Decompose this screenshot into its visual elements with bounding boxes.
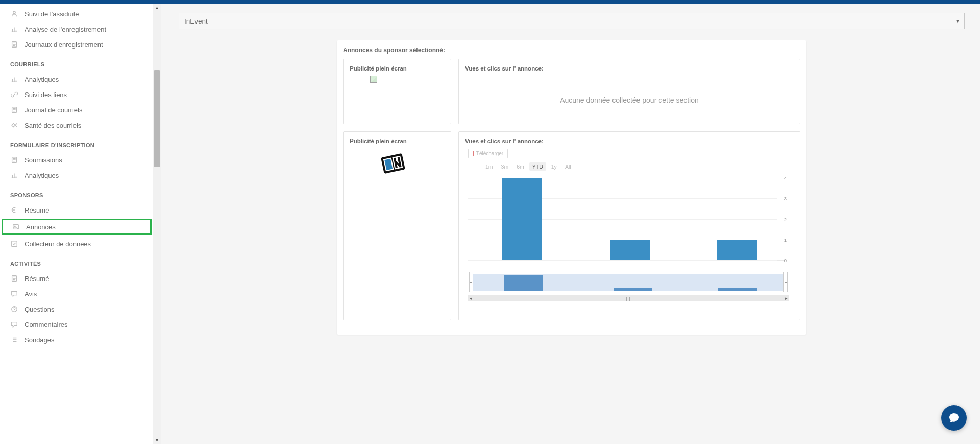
views-clicks-card-empty: Vues et clics sur l' annonce: Aucune don…: [458, 59, 800, 124]
nav-item-label: Analyse de l'enregistrement: [24, 26, 106, 33]
svg-point-0: [13, 11, 15, 13]
sidebar-item-sondages[interactable]: Sondages: [0, 332, 153, 347]
nav-item-icon: [10, 290, 18, 298]
scroll-right-icon[interactable]: ▸: [783, 296, 789, 301]
sidebar-item-analyse-de-l-enregistrement[interactable]: Analyse de l'enregistrement: [0, 21, 153, 37]
nav-item-label: Questions: [24, 306, 55, 313]
chat-icon: [948, 412, 960, 424]
y-axis-tick-label: 4: [784, 175, 787, 181]
nav-item-icon: [10, 156, 18, 164]
fullscreen-ad-card-1: Publicité plein écran: [343, 59, 451, 124]
range-button-1y[interactable]: 1y: [548, 162, 560, 171]
card-title: Vues et clics sur l' annonce:: [465, 138, 794, 144]
range-button-ytd[interactable]: YTD: [529, 162, 546, 171]
chart-bar[interactable]: [610, 240, 650, 260]
sidebar-item-collecteur-de-donn-es[interactable]: Collecteur de données: [0, 236, 153, 251]
chat-fab-button[interactable]: [941, 405, 967, 431]
sidebar-section-header: COURRIELS: [0, 52, 153, 72]
sponsor-logo-icon: [378, 151, 407, 176]
nav-item-icon: [10, 171, 18, 179]
nav-item-icon: [10, 240, 18, 248]
nav-item-label: Résumé: [24, 275, 49, 283]
views-clicks-chart-card: Vues et clics sur l' annonce: | Téléchar…: [458, 131, 800, 320]
range-button-3m[interactable]: 3m: [498, 162, 512, 171]
nav-item-label: Résumé: [24, 206, 49, 214]
scrollbar-track[interactable]: [153, 11, 161, 436]
navigator-scrollbar[interactable]: ◂ ||| ▸: [468, 295, 789, 301]
sidebar-section-header: ACTIVITÉS: [0, 251, 153, 271]
sidebar-section-header: FORMULAIRE D'INSCRIPTION: [0, 133, 153, 152]
sidebar-item-questions[interactable]: Questions: [0, 301, 153, 317]
card-title: Publicité plein écran: [350, 138, 445, 144]
scroll-grip-icon: |||: [626, 296, 630, 301]
sidebar-item-annonces[interactable]: Annonces: [2, 219, 152, 235]
sidebar-item-analytiques[interactable]: Analytiques: [0, 72, 153, 87]
range-button-all[interactable]: All: [562, 162, 574, 171]
download-icon: |: [473, 151, 474, 156]
sidebar: Suivi de l'assiduitéAnalyse de l'enregis…: [0, 4, 153, 444]
fullscreen-ad-card-2: Publicité plein écran: [343, 131, 451, 320]
nav-item-label: Commentaires: [24, 321, 68, 329]
nav-item-label: Collecteur de données: [24, 240, 91, 248]
nav-item-icon: [10, 40, 18, 49]
gridline: [468, 260, 777, 261]
card-title: Vues et clics sur l' annonce:: [465, 65, 794, 72]
nav-item-label: Suivi de l'assiduité: [24, 10, 79, 18]
nav-item-label: Journaux d'enregistrement: [24, 41, 103, 49]
navigator-bar: [504, 275, 543, 291]
nav-item-icon: [10, 90, 18, 99]
chart-bar[interactable]: [717, 240, 757, 260]
y-axis-tick-label: 3: [784, 196, 787, 201]
y-axis-tick-label: 0: [784, 258, 787, 263]
nav-item-icon: [10, 106, 18, 114]
sidebar-section-header: SPONSORS: [0, 183, 153, 202]
nav-item-label: Soumissions: [24, 156, 62, 164]
nav-item-icon: [10, 305, 18, 313]
scroll-left-icon[interactable]: ◂: [468, 296, 473, 301]
bar-chart: 01234: [468, 178, 785, 261]
navigator-handle-right[interactable]: [783, 272, 788, 292]
scroll-down-arrow[interactable]: ▾: [153, 436, 161, 444]
sidebar-item-journal-de-courriels[interactable]: Journal de courriels: [0, 102, 153, 118]
sidebar-item-analytiques[interactable]: Analytiques: [0, 168, 153, 183]
scrollbar-thumb[interactable]: [154, 70, 160, 167]
main-content: InEvent ▼ Annonces du sponsor sélectionn…: [161, 4, 980, 444]
nav-item-icon: [10, 75, 18, 83]
navigator-handle-left[interactable]: [469, 272, 473, 292]
download-button[interactable]: | Télécharger: [468, 149, 508, 158]
sidebar-item-journaux-d-enregistrement[interactable]: Journaux d'enregistrement: [0, 37, 153, 52]
nav-item-label: Suivi des liens: [24, 91, 67, 99]
sidebar-item-r-sum-[interactable]: Résumé: [0, 271, 153, 286]
nav-item-icon: [10, 274, 18, 283]
nav-item-label: Sondages: [24, 336, 55, 344]
nav-item-icon: [10, 336, 18, 344]
range-button-1m[interactable]: 1m: [482, 162, 496, 171]
sponsor-select[interactable]: InEvent ▼: [179, 13, 965, 29]
sidebar-item-suivi-des-liens[interactable]: Suivi des liens: [0, 87, 153, 102]
nav-item-icon: [10, 10, 18, 18]
navigator-bar: [718, 288, 757, 291]
sidebar-item-r-sum-[interactable]: Résumé: [0, 202, 153, 218]
chart-navigator[interactable]: [468, 270, 789, 295]
scroll-up-arrow[interactable]: ▴: [153, 4, 161, 11]
sidebar-item-suivi-de-l-assiduit-[interactable]: Suivi de l'assiduité: [0, 6, 153, 21]
card-title: Publicité plein écran: [350, 65, 445, 72]
sponsor-ads-panel: Annonces du sponsor sélectionné: Publici…: [337, 40, 806, 335]
sidebar-item-avis[interactable]: Avis: [0, 286, 153, 301]
sponsor-select-value: InEvent: [184, 17, 208, 25]
nav-item-icon: [10, 206, 18, 214]
y-axis-tick-label: 2: [784, 216, 787, 222]
nav-item-icon: [12, 223, 20, 231]
nav-item-icon: [10, 320, 18, 329]
time-range-selector: 1m3m6mYTD1yAll: [482, 162, 794, 171]
y-axis-tick-label: 1: [784, 237, 787, 242]
chart-bar[interactable]: [502, 178, 542, 260]
panel-title: Annonces du sponsor sélectionné:: [343, 46, 800, 54]
sidebar-item-commentaires[interactable]: Commentaires: [0, 317, 153, 332]
range-button-6m[interactable]: 6m: [513, 162, 527, 171]
nav-item-label: Analytiques: [24, 172, 59, 179]
sidebar-item-sant-des-courriels[interactable]: Santé des courriels: [0, 118, 153, 133]
chevron-down-icon: ▼: [955, 18, 960, 24]
top-app-bar: [0, 0, 980, 4]
sidebar-item-soumissions[interactable]: Soumissions: [0, 152, 153, 168]
